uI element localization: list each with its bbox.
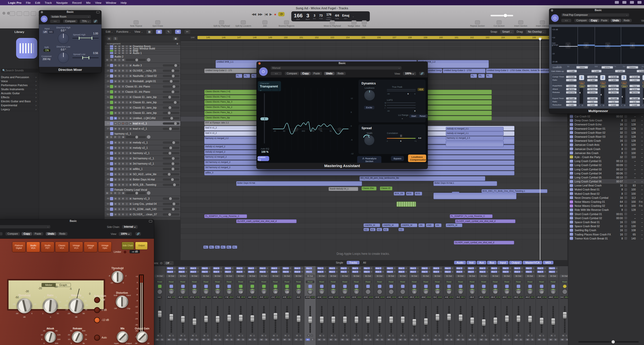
track-⊠-button[interactable]: ⊠ (129, 64, 132, 67)
output-button[interactable]: St Out (432, 275, 442, 277)
strip-s-button[interactable]: S (519, 338, 523, 341)
ma-copy-button[interactable]: Copy (300, 72, 311, 75)
menu-item-navigate[interactable]: Navigate (56, 1, 68, 4)
strip-m-button[interactable]: M (155, 338, 159, 341)
track-r-button[interactable]: R (122, 183, 125, 186)
dm-prev-next-buttons[interactable]: ‹ › (50, 20, 60, 23)
track-header-classic-el-iano-bip[interactable]: 34MSRI⊠Classic El...iano_bip (105, 110, 180, 116)
comp-titlebar[interactable]: Basic (0, 219, 154, 223)
comp-view-stepper[interactable]: 100% ⌵ (119, 232, 132, 236)
track-r-button[interactable]: R (122, 64, 125, 67)
send-slot[interactable]: Bus 4 (445, 271, 451, 273)
loop-row[interactable]: Noise Waves Crashing 0264100Fm (568, 204, 644, 208)
channel-strip[interactable]: Bus 3Bus 4St OutRead+1-12.6-13.3RIMS (316, 266, 328, 345)
track-i-button[interactable]: I (125, 208, 128, 211)
ma-compare-button[interactable]: Compare (285, 72, 299, 75)
dm-titlebar[interactable]: Basic (39, 10, 101, 14)
mp-solo-button[interactable]: Solo (642, 85, 644, 87)
mixer-filter-aux[interactable]: Aux (477, 261, 486, 264)
region-clip[interactable]: KS (364, 228, 369, 231)
track-volume-slider[interactable] (163, 101, 179, 104)
track-i-button[interactable]: I (125, 50, 128, 52)
region-clip[interactable]: OLIVER_crash_cymbal_one_shot_real_d (455, 219, 515, 223)
quick-button[interactable]: Tick (355, 20, 373, 27)
strip-m-button[interactable]: M (410, 338, 414, 341)
track-volume-slider[interactable] (163, 70, 179, 72)
library-category-performance-patches[interactable]: Performance Patches› (0, 83, 39, 87)
channel-strip[interactable]: Bus 3Bus 4St OutRead-19-16.8-17.8RIMS (536, 266, 547, 345)
ma-paste-button[interactable]: Paste (311, 72, 322, 75)
track-s-button[interactable]: S (118, 52, 121, 54)
track-m-button[interactable]: M (114, 85, 117, 88)
output-button[interactable]: St Out (282, 275, 292, 277)
cycle-button[interactable]: ⟳ (278, 12, 285, 16)
strip-s-button[interactable]: S (345, 338, 349, 341)
automation-mode-button[interactable]: Read (248, 280, 257, 283)
strip-r-button[interactable]: R (296, 334, 298, 337)
track-m-button[interactable]: M (114, 197, 117, 200)
channel-strip[interactable]: Bus 3Bus 4St OutRead-12.6-12.6RIMS (374, 266, 385, 345)
strip-i-button[interactable]: I (531, 334, 533, 337)
region-clip[interactable]: FL (244, 74, 250, 78)
fader-handle[interactable] (193, 319, 196, 325)
send-slot[interactable]: Bus 3 (340, 267, 347, 269)
track-volume-slider[interactable] (163, 147, 179, 149)
mp-solo-button[interactable]: Solo (621, 85, 627, 87)
pan-knob[interactable] (377, 289, 382, 294)
strip-s-button[interactable]: S (554, 338, 557, 341)
mp-close-icon[interactable] (551, 9, 553, 12)
channel-strip[interactable]: Bus 3Bus 4St OutRead+1-5.4-14.1RIMS (455, 266, 466, 345)
loop-row[interactable]: Noise Waves Crashing 0164100Fm (568, 200, 644, 204)
fader-handle[interactable] (366, 317, 370, 323)
strip-m-button[interactable]: M (398, 338, 403, 341)
strip-i-button[interactable]: I (172, 334, 174, 337)
track-⊠-button[interactable]: ⊠ (129, 141, 132, 144)
track-i-button[interactable]: I (125, 162, 128, 165)
track-⊠-button[interactable]: ⊠ (129, 213, 132, 216)
fader-handle[interactable] (320, 317, 324, 323)
loop-row[interactable]: Long Crash Cymbal 0600:07–– (568, 179, 644, 183)
region-clip[interactable]: FL_EDMPSY_Fx_Loop_Reverse_C (450, 214, 493, 218)
send-slot[interactable]: Bus 3 (225, 267, 231, 269)
channel-strip[interactable]: Bus 3Bus 4St OutRead-12.6-12.8RIMS (397, 266, 409, 345)
strip-s-button[interactable]: S (311, 338, 314, 341)
strip-r-button[interactable]: R (481, 334, 484, 337)
channel-strip[interactable]: Bus 2Bus 6St OutRead-38-2.4-17.2RIMS (270, 266, 281, 345)
region-clip[interactable]: melody v2 merged_2.1 (446, 131, 504, 136)
track-r-button[interactable]: R (122, 178, 125, 181)
mp-gain-makeup-value[interactable]: -0.5dB (615, 70, 625, 72)
strip-r-button[interactable]: R (168, 334, 171, 337)
track-r-button[interactable]: R (122, 157, 125, 160)
mp-undo-button[interactable]: Undo (611, 19, 621, 22)
output-button[interactable]: St Out (525, 275, 535, 277)
send-slot[interactable]: Bus 3 (479, 267, 486, 269)
track-m-button[interactable]: M (106, 136, 109, 138)
pan-knob[interactable]: +1 (319, 289, 325, 294)
strip-s-button[interactable]: S (438, 338, 442, 341)
strip-s-button[interactable]: S (461, 338, 465, 341)
send-slot[interactable]: Bus 4 (537, 271, 543, 273)
comp-compare-button[interactable]: Compare (6, 232, 20, 235)
track-s-button[interactable]: S (118, 141, 121, 144)
automation-mode-button[interactable]: Read (433, 280, 442, 283)
output-button[interactable]: St Out (375, 275, 384, 277)
track-⊠-button[interactable]: ⊠ (129, 178, 132, 181)
track-⊠-button[interactable]: ⊠ (129, 183, 132, 186)
strip-i-button[interactable]: I (288, 334, 290, 337)
mp-band-value[interactable]: -2.00dB (587, 76, 598, 78)
track-volume-slider[interactable] (163, 152, 179, 154)
strip-r-button[interactable]: R (423, 334, 426, 337)
loop-row[interactable]: Downward Crash Riser 0232128– (568, 131, 644, 135)
track-i-button[interactable]: I (118, 59, 121, 61)
fader-handle[interactable] (436, 314, 439, 321)
bar-ruler[interactable]: 1441451461471481491501511521531541551561… (181, 35, 567, 41)
play-button[interactable]: ▶ (269, 12, 271, 16)
strip-m-button[interactable]: M (468, 338, 472, 341)
track-⊠-button[interactable]: ⊠ (129, 50, 132, 52)
fader-handle[interactable] (158, 311, 162, 317)
track-volume-slider[interactable] (163, 91, 179, 93)
send-slot[interactable]: Bus 3 (549, 267, 555, 269)
track-header-classic-el-iano-bip[interactable]: 32MSRI⊠Classic El...iano_bip (105, 100, 180, 105)
hide-tracks-button[interactable]: ⧉ (107, 37, 111, 40)
send-slot[interactable]: Bus 4 (364, 271, 370, 273)
